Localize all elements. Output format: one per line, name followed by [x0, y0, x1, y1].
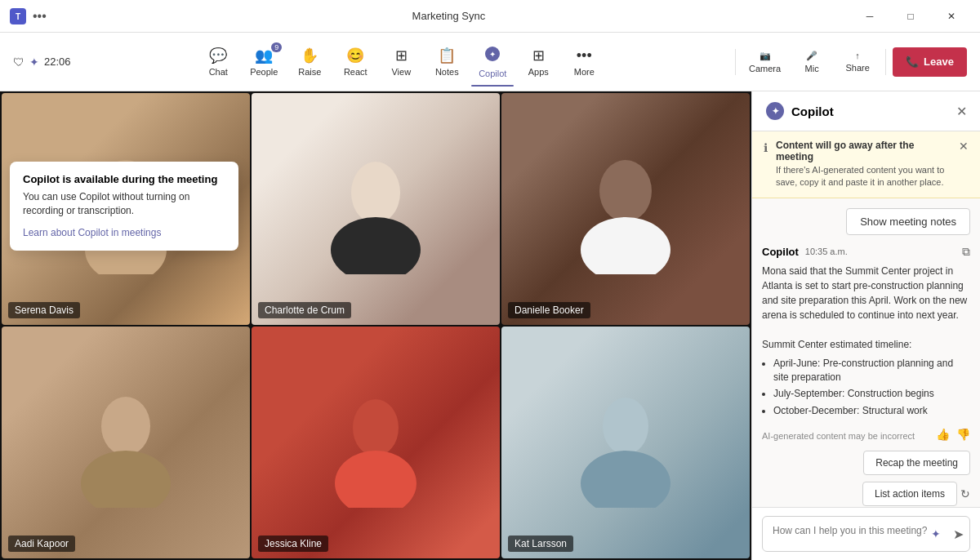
raise-tool-wrap: ✋ Raise: [288, 38, 331, 87]
chat-button[interactable]: 💬 Chat: [197, 38, 239, 87]
toolbar-divider: [735, 49, 736, 75]
participant-name-jessica: Jessica Kline: [258, 536, 328, 552]
message-list: April-June: Pre-construction planning an…: [773, 357, 970, 418]
message-list-title: Summit Center estimated timeline:: [762, 337, 970, 352]
view-label: View: [391, 67, 411, 77]
svg-point-8: [331, 217, 421, 274]
people-label: People: [250, 67, 278, 77]
title-bar-left: T •••: [10, 8, 47, 24]
video-feed-charlotte: [252, 93, 500, 325]
leave-button[interactable]: 📞 Leave: [893, 47, 967, 77]
copilot-panel-icon: ✦: [765, 101, 785, 121]
minimize-button[interactable]: ─: [851, 3, 889, 29]
toolbar-center: 💬 Chat 👥 People 9 ✋ Raise 😊 React: [197, 38, 605, 87]
warning-body: If there's AI-generated content you want…: [776, 164, 951, 189]
list-item-2: July-September: Construction begins: [773, 387, 970, 401]
message-footer: AI-generated content may be incorrect 👍 …: [762, 428, 970, 441]
react-label: React: [344, 67, 368, 77]
mic-button[interactable]: 🎤 Mic: [791, 38, 833, 87]
copilot-label: Copilot: [479, 69, 506, 78]
svg-text:T: T: [16, 12, 20, 21]
svg-point-15: [603, 398, 648, 455]
svg-point-9: [599, 160, 652, 222]
notes-label: Notes: [435, 67, 459, 77]
recap-meeting-button[interactable]: Recap the meeting: [863, 451, 970, 475]
view-button[interactable]: ⊞ View: [380, 38, 422, 87]
thumbs-up-button[interactable]: 👍: [936, 428, 950, 441]
send-button[interactable]: ➤: [953, 527, 964, 542]
feedback-icons: 👍 👎: [936, 428, 970, 441]
video-feed-danielle: [501, 93, 750, 325]
apps-icon: ⊞: [532, 47, 545, 64]
copilot-button[interactable]: ✦ Copilot: [471, 38, 514, 87]
svg-text:✦: ✦: [489, 50, 496, 59]
copilot-availability-tooltip: Copilot is available during the meeting …: [10, 162, 238, 251]
share-button[interactable]: ↑ Share: [836, 38, 879, 87]
video-cell-danielle: Danielle Booker: [501, 93, 750, 325]
react-button[interactable]: 😊 React: [334, 38, 376, 87]
more-button[interactable]: ••• More: [563, 38, 605, 87]
copy-message-button[interactable]: ⧉: [962, 245, 970, 259]
participant-name-charlotte: Charlotte de Crum: [258, 302, 351, 318]
phone-icon: 📞: [906, 56, 919, 68]
copilot-tool-wrap: ✦ Copilot: [471, 38, 514, 87]
refresh-button[interactable]: ↻: [960, 487, 970, 500]
notes-icon: 📋: [438, 47, 456, 64]
close-panel-button[interactable]: ✕: [956, 104, 967, 119]
input-row: ✦ ➤: [762, 516, 970, 552]
chat-icon: 💬: [209, 47, 227, 64]
more-icon: •••: [577, 47, 592, 64]
people-badge: 9: [271, 42, 282, 52]
react-icon: 😊: [346, 47, 364, 64]
video-cell-charlotte: Charlotte de Crum: [252, 93, 500, 325]
more-menu-icon[interactable]: •••: [33, 9, 47, 24]
close-button[interactable]: ✕: [933, 3, 970, 29]
svg-point-10: [581, 217, 670, 274]
panel-title: Copilot: [791, 104, 834, 118]
raise-button[interactable]: ✋ Raise: [288, 38, 331, 87]
camera-button[interactable]: 📷 Camera: [742, 38, 787, 87]
list-item-1: April-June: Pre-construction planning an…: [773, 357, 970, 384]
more-label: More: [574, 67, 595, 77]
notes-tool-wrap: 📋 Notes: [425, 38, 468, 87]
mic-label: Mic: [805, 64, 819, 73]
security-icon: 🛡: [13, 56, 24, 69]
show-notes-wrapper: Show meeting notes: [762, 208, 970, 235]
apps-label: Apps: [528, 67, 549, 77]
list-action-wrapper: List action items ↻: [862, 482, 970, 506]
list-action-items-button[interactable]: List action items: [862, 482, 957, 506]
toolbar-right: 📷 Camera 🎤 Mic ↑ Share 📞 Leave: [732, 38, 967, 87]
thumbs-down-button[interactable]: 👎: [956, 428, 970, 441]
participant-name-serena: Serena Davis: [8, 302, 80, 318]
svg-point-12: [81, 451, 171, 508]
people-tool-wrap: 👥 People 9: [243, 38, 285, 87]
more-tool-wrap: ••• More: [563, 38, 605, 87]
message-body: Mona said that the Summit Center project…: [762, 264, 970, 423]
svg-point-11: [101, 397, 150, 456]
video-feed-kat: [501, 327, 750, 558]
copilot-message: Copilot 10:35 a.m. ⧉ Mona said that the …: [762, 245, 970, 441]
svg-point-13: [353, 399, 399, 456]
message-paragraph-1: Mona said that the Summit Center project…: [762, 264, 970, 322]
video-feed-aadi: [2, 327, 250, 558]
participant-name-danielle: Danielle Booker: [508, 302, 590, 318]
svg-point-14: [335, 451, 416, 508]
svg-point-7: [351, 162, 400, 224]
svg-point-16: [581, 451, 670, 508]
notes-button[interactable]: 📋 Notes: [425, 38, 468, 87]
teams-logo-icon: T: [10, 8, 26, 24]
apps-button[interactable]: ⊞ Apps: [517, 38, 559, 87]
svg-text:✦: ✦: [772, 106, 779, 116]
mic-icon: 🎤: [806, 51, 817, 61]
main-content: Copilot is available during the meeting …: [0, 91, 980, 560]
apps-tool-wrap: ⊞ Apps: [517, 38, 559, 87]
video-grid: Copilot is available during the meeting …: [0, 91, 751, 560]
warning-close-button[interactable]: ✕: [959, 140, 969, 153]
maximize-button[interactable]: □: [892, 3, 929, 29]
sparkle-input-icon: ✦: [931, 527, 941, 540]
warning-banner: ℹ Content will go away after the meeting…: [752, 131, 980, 198]
video-cell-jessica: Jessica Kline: [252, 327, 500, 558]
share-icon: ↑: [855, 51, 860, 60]
show-meeting-notes-button[interactable]: Show meeting notes: [846, 208, 970, 235]
tooltip-link[interactable]: Learn about Copilot in meetings: [23, 227, 161, 238]
